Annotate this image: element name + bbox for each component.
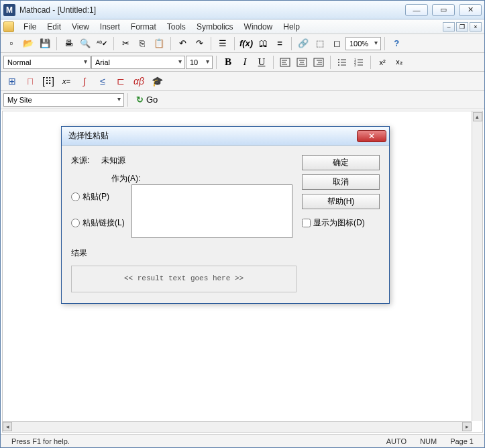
scroll-left-icon[interactable]: ◂ xyxy=(3,422,12,431)
bold-button[interactable]: B xyxy=(220,55,236,70)
matrix-palette-icon[interactable]: [⠿] xyxy=(40,74,57,89)
size-combo[interactable]: 10 xyxy=(186,56,213,69)
horizontal-scrollbar[interactable]: ◂ ▸ xyxy=(3,421,472,432)
calculus-palette-icon[interactable]: ∫ xyxy=(76,74,93,89)
menu-edit[interactable]: Edit xyxy=(42,21,66,33)
go-icon: ↻ xyxy=(136,95,144,105)
open-icon[interactable]: 📂 xyxy=(20,36,36,51)
menu-file[interactable]: File xyxy=(18,21,42,33)
ok-button[interactable]: 确定 xyxy=(302,155,380,170)
minimize-button[interactable]: — xyxy=(405,4,428,16)
document-area[interactable]: ▴ ◂ ▸ 选择性粘贴 ✕ 来源: 未知源 作为(A): xyxy=(2,111,483,433)
copy-icon[interactable]: ⎘ xyxy=(134,36,150,51)
calculator-palette-icon[interactable]: ⊞ xyxy=(3,74,21,89)
align-center-button[interactable] xyxy=(294,55,310,70)
insert-hyperlink-icon[interactable]: 🔗 xyxy=(295,36,311,51)
calculate-icon[interactable]: = xyxy=(272,36,288,51)
math-toolbar: ⊞ ⨅ [⠿] x= ∫ ≤ ⊏ αβ 🎓 xyxy=(1,72,484,91)
align-regions-icon[interactable]: ☰ xyxy=(215,36,231,51)
paste-radio[interactable] xyxy=(71,192,80,201)
dialog-titlebar[interactable]: 选择性粘贴 ✕ xyxy=(62,127,389,146)
resource-combo[interactable]: My Site xyxy=(3,93,124,107)
insert-unit-icon[interactable]: 🕮 xyxy=(255,36,271,51)
close-button[interactable]: ✕ xyxy=(459,4,482,16)
show-icon-checkbox[interactable] xyxy=(302,219,311,227)
maximize-button[interactable]: ▭ xyxy=(432,4,455,16)
superscript-button[interactable]: x² xyxy=(374,55,390,70)
insert-component-icon[interactable]: ⬚ xyxy=(312,36,328,51)
vertical-scrollbar[interactable]: ▴ xyxy=(472,111,482,421)
status-page: Page 1 xyxy=(443,437,480,445)
paste-icon[interactable]: 📋 xyxy=(151,36,167,51)
result-box: << result text goes here >> xyxy=(71,266,297,292)
size-value: 10 xyxy=(190,58,198,66)
align-right-button[interactable] xyxy=(311,55,327,70)
svg-point-12 xyxy=(338,59,339,60)
window-controls: — ▭ ✕ xyxy=(405,4,482,16)
greek-palette-icon[interactable]: αβ xyxy=(130,74,148,89)
boolean-palette-icon[interactable]: ≤ xyxy=(94,74,111,89)
dialog-body: 来源: 未知源 作为(A): 粘贴(P) 粘贴链接(L) xyxy=(62,146,389,303)
help-icon[interactable]: ? xyxy=(388,36,405,51)
go-button[interactable]: ↻ Go xyxy=(131,93,162,107)
print-icon[interactable]: 🖶 xyxy=(60,36,76,51)
resource-value: My Site xyxy=(7,96,32,104)
format-listbox[interactable] xyxy=(131,184,292,238)
subscript-button[interactable]: x₂ xyxy=(391,55,407,70)
mdi-controls: – ❐ × xyxy=(443,22,482,32)
source-value: 未知源 xyxy=(101,155,125,166)
menu-insert[interactable]: Insert xyxy=(95,21,125,33)
save-icon[interactable]: 💾 xyxy=(37,36,53,51)
spellcheck-icon[interactable]: ᴬᴮ✔ xyxy=(94,36,110,51)
graph-palette-icon[interactable]: ⨅ xyxy=(21,74,39,89)
status-auto: AUTO xyxy=(380,437,413,445)
standard-toolbar: ▫ 📂 💾 🖶 🔍 ᴬᴮ✔ ✂ ⎘ 📋 ↶ ↷ ☰ f(x) 🕮 = 🔗 ⬚ ◻… xyxy=(1,34,484,53)
style-combo[interactable]: Normal xyxy=(3,56,91,69)
insert-function-icon[interactable]: f(x) xyxy=(238,36,254,51)
statusbar: Press F1 for help. AUTO NUM Page 1 xyxy=(1,434,484,447)
mdi-close[interactable]: × xyxy=(470,22,482,32)
cancel-button[interactable]: 取消 xyxy=(302,174,380,190)
go-label: Go xyxy=(146,95,158,105)
mdi-restore[interactable]: ❐ xyxy=(456,22,468,32)
status-help: Press F1 for help. xyxy=(5,437,76,445)
scroll-right-icon[interactable]: ▸ xyxy=(462,422,472,431)
menu-window[interactable]: Window xyxy=(239,21,278,33)
formatting-toolbar: Normal Arial 10 B I U 123 x² x₂ xyxy=(1,53,484,72)
underline-button[interactable]: U xyxy=(254,55,270,70)
mdi-minimize[interactable]: – xyxy=(443,22,455,32)
align-left-button[interactable] xyxy=(277,55,293,70)
symbolic-palette-icon[interactable]: 🎓 xyxy=(148,74,166,89)
menu-help[interactable]: Help xyxy=(278,21,305,33)
as-label: 作为(A): xyxy=(111,173,297,184)
redo-icon[interactable]: ↷ xyxy=(191,36,207,51)
number-list-button[interactable]: 123 xyxy=(351,55,367,70)
print-preview-icon[interactable]: 🔍 xyxy=(77,36,93,51)
app-menu-icon[interactable] xyxy=(3,21,14,32)
programming-palette-icon[interactable]: ⊏ xyxy=(112,74,129,89)
paste-link-radio[interactable] xyxy=(71,219,80,227)
paste-special-dialog: 选择性粘贴 ✕ 来源: 未知源 作为(A): 粘贴(P) xyxy=(61,126,390,304)
dialog-close-button[interactable]: ✕ xyxy=(357,130,386,142)
result-label: 结果 xyxy=(71,247,297,259)
help-button[interactable]: 帮助(H) xyxy=(302,194,380,209)
menu-tools[interactable]: Tools xyxy=(162,21,191,33)
svg-text:3: 3 xyxy=(354,63,356,67)
menubar: File Edit View Insert Format Tools Symbo… xyxy=(1,19,484,34)
italic-button[interactable]: I xyxy=(237,55,253,70)
menu-symbolics[interactable]: Symbolics xyxy=(191,21,239,33)
menu-format[interactable]: Format xyxy=(125,21,162,33)
font-combo[interactable]: Arial xyxy=(91,56,185,69)
new-icon[interactable]: ▫ xyxy=(3,36,19,51)
bullet-list-button[interactable] xyxy=(334,55,350,70)
evaluation-palette-icon[interactable]: x= xyxy=(58,74,75,89)
menu-view[interactable]: View xyxy=(66,21,95,33)
undo-icon[interactable]: ↶ xyxy=(174,36,191,51)
svg-point-14 xyxy=(338,62,339,63)
zoom-combo[interactable]: 100% xyxy=(345,37,381,50)
font-value: Arial xyxy=(95,58,110,66)
scroll-up-icon[interactable]: ▴ xyxy=(473,112,482,121)
cut-icon[interactable]: ✂ xyxy=(117,36,133,51)
source-label: 来源: xyxy=(71,155,89,166)
insert-object-icon[interactable]: ◻ xyxy=(329,36,345,51)
